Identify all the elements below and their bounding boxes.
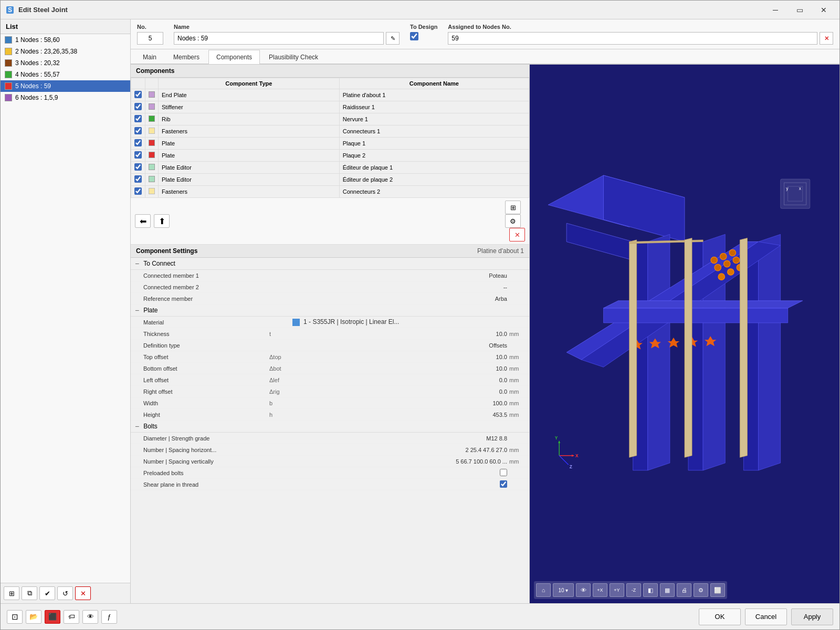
check-button[interactable]: ✔ [39, 586, 55, 600]
no-input[interactable] [137, 32, 163, 45]
to-connect-group[interactable]: − To Connect [131, 258, 529, 270]
row-value: 2 25.4 47.6 27.0 [290, 447, 509, 453]
table-row[interactable]: Stiffener Raidisseur 1 [131, 101, 529, 113]
no-section: No. [137, 24, 163, 45]
tree-row: Number | Spacing vertically 5 66.7 100.0… [131, 456, 529, 467]
tab-components[interactable]: Components [208, 50, 260, 64]
viewport-scale-btn[interactable]: 10 ▾ [553, 583, 574, 597]
comp-name: Connecteurs 1 [339, 125, 529, 138]
list-item[interactable]: 2 Nodes : 23,26,35,38 [1, 46, 130, 57]
svg-point-21 [723, 260, 730, 267]
table-row[interactable]: Plate Plaque 1 [131, 138, 529, 150]
to-design-checkbox[interactable] [410, 32, 418, 40]
edit-comp-button[interactable]: ⚙ [505, 214, 521, 228]
preloaded-bolts-checkbox[interactable] [500, 469, 507, 476]
comp-check[interactable] [134, 139, 142, 146]
comp-check[interactable] [134, 103, 142, 110]
viewport-btn-home[interactable]: ⌂ [536, 583, 551, 597]
group-label: Bolts [143, 423, 158, 430]
viewport-y-btn[interactable]: +Y [610, 583, 624, 597]
shear-plane-checkbox[interactable] [500, 480, 507, 488]
comp-name: Platine d'about 1 [339, 89, 529, 101]
add-comp-button[interactable]: ⊞ [505, 201, 521, 214]
tab-members[interactable]: Members [165, 50, 207, 64]
viewport-view-btn[interactable]: 👁 [576, 583, 591, 597]
tree-row: Height h 453.5 mm [131, 409, 529, 421]
3d-viewport[interactable]: y x X Y Z [530, 65, 839, 603]
settings-section: Component Settings Platine d'about 1 − T… [131, 245, 529, 490]
viewport-render-btn[interactable]: ▦ [660, 583, 675, 597]
name-edit-button[interactable]: ✎ [386, 32, 400, 45]
minimize-button[interactable]: ─ [764, 3, 787, 17]
viewport-export-btn[interactable]: ⬜ [710, 583, 725, 597]
comp-check[interactable] [134, 187, 142, 195]
reset-button[interactable]: ↺ [57, 586, 73, 600]
duplicate-button[interactable]: ⧉ [22, 586, 37, 600]
cancel-button[interactable]: Cancel [745, 608, 787, 625]
maximize-button[interactable]: ▭ [788, 3, 811, 17]
move-up-button[interactable]: ⬅ [135, 214, 151, 228]
table-row[interactable]: Rib Nervure 1 [131, 113, 529, 125]
comp-check[interactable] [134, 163, 142, 171]
comp-check[interactable] [134, 151, 142, 159]
viewport-z-btn[interactable]: -Z [626, 583, 641, 597]
tab-plausibility[interactable]: Plausibility Check [261, 50, 326, 64]
comp-toolbar: ⬅ ⬆ ⊞ ⚙ ✕ [131, 198, 529, 245]
comp-color-swatch [149, 116, 155, 122]
comp-check[interactable] [134, 91, 142, 98]
list-item[interactable]: 4 Nodes : 55,57 [1, 69, 130, 80]
assigned-clear-button[interactable]: ✕ [820, 32, 833, 45]
comp-check[interactable] [134, 175, 142, 183]
table-row[interactable]: Plate Editor Éditeur de plaque 2 [131, 174, 529, 186]
bottom-label-button[interactable]: 🏷 [64, 610, 79, 624]
comp-name: Plaque 2 [339, 150, 529, 162]
comp-check[interactable] [134, 127, 142, 134]
apply-button[interactable]: Apply [791, 608, 833, 625]
viewport-print-btn[interactable]: 🖨 [677, 583, 691, 597]
row-value: 0.0 [290, 388, 509, 395]
name-input[interactable] [174, 32, 384, 45]
comp-check[interactable] [134, 115, 142, 122]
table-row[interactable]: End Plate Platine d'about 1 [131, 89, 529, 101]
bottom-new-button[interactable]: ⊡ [7, 610, 23, 624]
bolts-group[interactable]: − Bolts [131, 421, 529, 433]
svg-point-19 [729, 249, 736, 256]
bottom-eye-button[interactable]: 👁 [82, 610, 98, 624]
list-item-label: 2 Nodes : 23,26,35,38 [15, 48, 77, 55]
row-unit: mm [509, 458, 525, 465]
row-label: Shear plane in thread [143, 481, 269, 488]
table-row[interactable]: Fasteners Connecteurs 1 [131, 125, 529, 138]
collapse-icon: − [135, 259, 139, 268]
list-item-active[interactable]: 5 Nodes : 59 [1, 80, 130, 92]
tab-main[interactable]: Main [135, 50, 164, 64]
move-down-button[interactable]: ⬆ [154, 214, 170, 228]
viewport-x-btn[interactable]: +X [593, 583, 607, 597]
bottom-red-button[interactable]: ⬛ [45, 610, 60, 624]
bottom-open-button[interactable]: 📂 [26, 610, 41, 624]
row-label: Preloaded bolts [143, 470, 269, 476]
new-joint-button[interactable]: ⊞ [4, 586, 19, 600]
comp-name: Éditeur de plaque 1 [339, 162, 529, 174]
comp-type: Rib [159, 113, 340, 125]
delete-comp-button[interactable]: ✕ [509, 228, 525, 242]
assigned-input[interactable] [448, 32, 817, 45]
row-value: 10.0 [290, 331, 509, 337]
viewport-settings-btn[interactable]: ⚙ [694, 583, 708, 597]
list-item[interactable]: 6 Nodes : 1,5,9 [1, 92, 130, 103]
delete-button[interactable]: ✕ [75, 586, 91, 600]
plate-group[interactable]: − Plate [131, 304, 529, 317]
close-button[interactable]: ✕ [812, 3, 835, 17]
bottom-formula-button[interactable]: ƒ [101, 610, 117, 624]
row-value: 10.0 [290, 365, 509, 372]
settings-active-comp: Platine d'about 1 [477, 247, 524, 255]
viewport-layer-btn[interactable]: ◧ [643, 583, 658, 597]
table-row[interactable]: Plate Editor Éditeur de plaque 1 [131, 162, 529, 174]
settings-title: Component Settings [136, 247, 197, 255]
svg-text:Y: Y [555, 435, 558, 440]
table-row[interactable]: Plate Plaque 2 [131, 150, 529, 162]
table-row[interactable]: Fasteners Connecteurs 2 [131, 186, 529, 198]
ok-button[interactable]: OK [699, 608, 741, 625]
editor-scroll[interactable]: Components Component Type Component Name [131, 65, 529, 603]
list-item[interactable]: 1 Nodes : 58,60 [1, 34, 130, 46]
list-item[interactable]: 3 Nodes : 20,32 [1, 57, 130, 69]
